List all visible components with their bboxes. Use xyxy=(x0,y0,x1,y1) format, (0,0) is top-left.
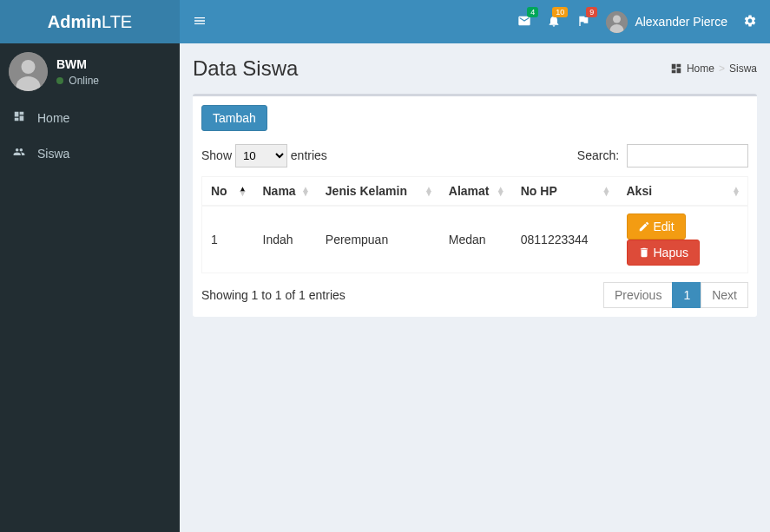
nav-avatar xyxy=(606,11,628,33)
badge-messages: 4 xyxy=(527,7,538,17)
breadcrumb-home[interactable]: Home xyxy=(687,62,714,75)
col-no[interactable]: No▲▼ xyxy=(202,177,254,207)
breadcrumb-separator: > xyxy=(719,62,725,75)
sort-icon: ▲▼ xyxy=(424,187,433,195)
paginate-previous[interactable]: Previous xyxy=(603,282,673,308)
sidebar-avatar xyxy=(9,52,48,91)
breadcrumb-current: Siswa xyxy=(729,62,757,75)
sort-icon: ▲▼ xyxy=(239,187,247,195)
col-alamat[interactable]: Alamat▲▼ xyxy=(440,177,512,207)
sidebar-user-name: BWM xyxy=(56,57,99,71)
dashboard-icon xyxy=(670,62,682,75)
datatable-info: Showing 1 to 1 of 1 entries xyxy=(201,288,346,302)
badge-notifications: 10 xyxy=(552,7,568,17)
page-title: Data Siswa xyxy=(193,56,298,81)
nav-notifications[interactable]: 10 xyxy=(547,14,561,30)
badge-tasks: 9 xyxy=(586,7,597,17)
add-button[interactable]: Tambah xyxy=(201,105,267,131)
cell-aksi: Edit Hapus xyxy=(618,206,748,273)
online-status-dot-icon xyxy=(56,77,63,84)
cell-no: 1 xyxy=(202,206,254,273)
dashboard-icon xyxy=(13,110,30,125)
breadcrumb: Home > Siswa xyxy=(670,62,757,75)
brand-logo[interactable]: AdminLTE xyxy=(0,0,180,43)
col-no-hp[interactable]: No HP▲▼ xyxy=(512,177,618,207)
pencil-icon xyxy=(638,220,650,233)
sidebar-item-label: Siswa xyxy=(37,147,69,161)
sidebar-user-panel: BWM Online xyxy=(0,43,180,100)
svg-point-4 xyxy=(613,15,621,23)
table-row: 1 Indah Perempuan Medan 0811223344 Edit xyxy=(202,206,748,273)
datatable-length: Show 10 entries xyxy=(201,144,327,167)
nav-settings[interactable] xyxy=(743,14,757,30)
datatable-search: Search: xyxy=(577,144,748,167)
nav-username: Alexander Pierce xyxy=(635,15,727,29)
delete-button[interactable]: Hapus xyxy=(627,240,700,266)
edit-button[interactable]: Edit xyxy=(627,213,686,240)
pagination: Previous 1 Next xyxy=(604,282,748,308)
gears-icon xyxy=(743,14,757,28)
cell-nama: Indah xyxy=(254,206,317,273)
sidebar-user-status[interactable]: Online xyxy=(56,75,99,87)
sidebar-item-siswa[interactable]: Siswa xyxy=(0,135,180,171)
users-icon xyxy=(13,146,30,161)
paginate-page-1[interactable]: 1 xyxy=(672,282,701,308)
col-jenis-kelamin[interactable]: Jenis Kelamin▲▼ xyxy=(317,177,440,207)
sort-icon: ▲▼ xyxy=(602,187,611,195)
trash-icon xyxy=(638,246,650,259)
cell-no-hp: 0811223344 xyxy=(512,206,618,273)
nav-user-menu[interactable]: Alexander Pierce xyxy=(606,11,727,33)
nav-messages[interactable]: 4 xyxy=(517,14,531,30)
sort-icon: ▲▼ xyxy=(301,187,310,195)
paginate-next[interactable]: Next xyxy=(701,282,748,308)
nav-tasks[interactable]: 9 xyxy=(576,14,590,30)
search-input[interactable] xyxy=(627,144,748,167)
cell-jenis-kelamin: Perempuan xyxy=(317,206,440,273)
sort-icon: ▲▼ xyxy=(497,187,505,195)
cell-alamat: Medan xyxy=(440,206,512,273)
col-nama[interactable]: Nama▲▼ xyxy=(254,177,317,207)
sort-icon: ▲▼ xyxy=(732,187,740,195)
sidebar-item-label: Home xyxy=(37,111,69,125)
sidebar-item-home[interactable]: Home xyxy=(0,100,180,135)
svg-point-1 xyxy=(22,60,36,74)
datatable-length-select[interactable]: 10 xyxy=(235,144,287,167)
col-aksi[interactable]: Aksi▲▼ xyxy=(618,177,748,207)
sidebar-toggle-button[interactable] xyxy=(193,14,207,30)
